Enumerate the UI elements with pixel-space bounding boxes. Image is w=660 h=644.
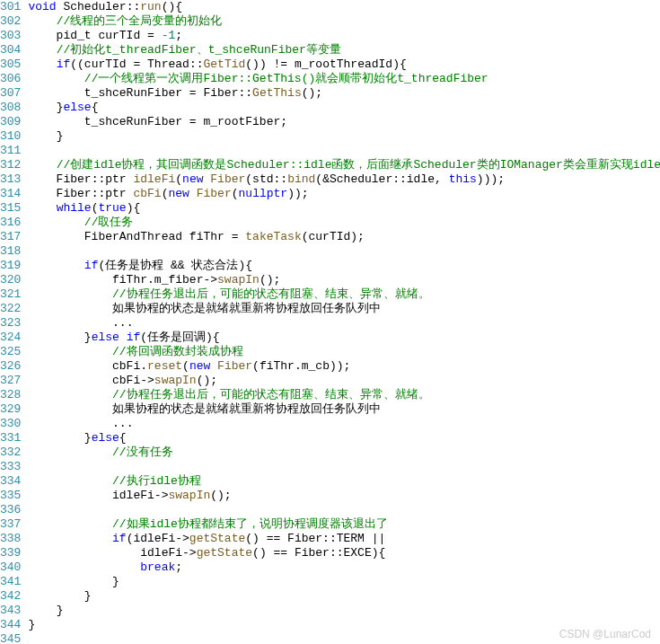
line-number-gutter: 3013023033043053063073083093103113123133… [0,0,28,644]
code-line[interactable]: //创建idle协程，其回调函数是Scheduler::idle函数，后面继承S… [28,158,660,172]
code-line[interactable]: } [28,589,660,604]
code-line[interactable]: FiberAndThread fiThr = takeTask(curTId); [28,230,660,244]
line-number: 318 [0,244,21,259]
line-number: 336 [0,503,21,517]
code-line[interactable]: ... [28,417,660,431]
line-number: 339 [0,546,21,560]
line-number: 345 [0,632,21,644]
code-line[interactable]: 如果协程的状态是就绪就重新将协程放回任务队列中 [28,402,660,417]
code-line[interactable]: //线程的三个全局变量的初始化 [28,14,660,29]
line-number: 314 [0,187,21,201]
line-number: 325 [0,345,21,359]
line-number: 330 [0,417,21,431]
line-number: 324 [0,331,21,345]
code-line[interactable]: cbFi.reset(new Fiber(fiThr.m_cb)); [28,359,660,374]
line-number: 334 [0,474,21,489]
code-line[interactable]: Fiber::ptr idleFi(new Fiber(std::bind(&S… [28,172,660,187]
line-number: 335 [0,489,21,503]
code-line[interactable]: }else if(任务是回调){ [28,331,660,345]
code-editor[interactable]: 3013023033043053063073083093103113123133… [0,0,660,644]
line-number: 337 [0,517,21,532]
code-line[interactable]: //如果idle协程都结束了，说明协程调度器该退出了 [28,517,660,532]
code-line[interactable]: pid_t curTId = -1; [28,29,660,43]
code-line[interactable]: if(任务是协程 && 状态合法){ [28,259,660,273]
line-number: 329 [0,402,21,417]
line-number: 327 [0,374,21,388]
line-number: 323 [0,316,21,331]
code-line[interactable]: fiThr.m_fiber->swapIn(); [28,273,660,287]
code-line[interactable]: //一个线程第一次调用Fiber::GetThis()就会顺带初始化t_thre… [28,72,660,86]
line-number: 309 [0,115,21,129]
code-line[interactable]: if(idleFi->getState() == Fiber::TERM || [28,532,660,546]
code-line[interactable]: //没有任务 [28,446,660,460]
code-line[interactable]: t_shceRunFiber = Fiber::GetThis(); [28,86,660,101]
code-line[interactable]: //协程任务退出后，可能的状态有阻塞、结束、异常、就绪。 [28,287,660,302]
code-line[interactable]: 如果协程的状态是就绪就重新将协程放回任务队列中 [28,302,660,316]
line-number: 306 [0,72,21,86]
code-line[interactable]: //执行idle协程 [28,474,660,489]
line-number: 340 [0,560,21,575]
code-line[interactable]: //初始化t_threadFiber、t_shceRunFiber等变量 [28,43,660,57]
line-number: 307 [0,86,21,101]
code-line[interactable]: break; [28,560,660,575]
line-number: 305 [0,57,21,72]
code-line[interactable]: while(true){ [28,201,660,216]
line-number: 332 [0,446,21,460]
line-number: 302 [0,14,21,29]
code-line[interactable]: //取任务 [28,216,660,230]
line-number: 301 [0,0,21,14]
line-number: 331 [0,431,21,446]
line-number: 310 [0,129,21,144]
line-number: 328 [0,388,21,402]
line-number: 341 [0,575,21,589]
line-number: 317 [0,230,21,244]
line-number: 342 [0,589,21,604]
line-number: 308 [0,101,21,115]
code-line[interactable]: idleFi->swapIn(); [28,489,660,503]
code-line[interactable]: Fiber::ptr cbFi(new Fiber(nullptr)); [28,187,660,201]
code-line[interactable]: t_shceRunFiber = m_rootFiber; [28,115,660,129]
watermark: CSDN @LunarCod [559,628,651,640]
line-number: 311 [0,144,21,158]
code-line[interactable]: //协程任务退出后，可能的状态有阻塞、结束、异常、就绪。 [28,388,660,402]
code-line[interactable] [28,144,660,158]
line-number: 320 [0,273,21,287]
code-line[interactable] [28,503,660,517]
code-content[interactable]: void Scheduler::run(){ //线程的三个全局变量的初始化 p… [28,0,660,644]
line-number: 313 [0,172,21,187]
code-line[interactable]: }else{ [28,101,660,115]
line-number: 315 [0,201,21,216]
line-number: 344 [0,618,21,632]
code-line[interactable]: ... [28,316,660,331]
line-number: 333 [0,460,21,474]
code-line[interactable]: }else{ [28,431,660,446]
code-line[interactable]: } [28,575,660,589]
line-number: 322 [0,302,21,316]
code-line[interactable]: //将回调函数封装成协程 [28,345,660,359]
code-line[interactable] [28,244,660,259]
line-number: 321 [0,287,21,302]
code-line[interactable]: if((curTId = Thread::GetTid()) != m_root… [28,57,660,72]
code-line[interactable] [28,460,660,474]
line-number: 304 [0,43,21,57]
line-number: 326 [0,359,21,374]
code-line[interactable]: void Scheduler::run(){ [28,0,660,14]
code-line[interactable]: } [28,129,660,144]
line-number: 316 [0,216,21,230]
code-line[interactable]: } [28,604,660,618]
line-number: 312 [0,158,21,172]
line-number: 303 [0,29,21,43]
code-line[interactable]: idleFi->getState() == Fiber::EXCE){ [28,546,660,560]
line-number: 343 [0,604,21,618]
code-line[interactable]: cbFi->swapIn(); [28,374,660,388]
line-number: 338 [0,532,21,546]
line-number: 319 [0,259,21,273]
